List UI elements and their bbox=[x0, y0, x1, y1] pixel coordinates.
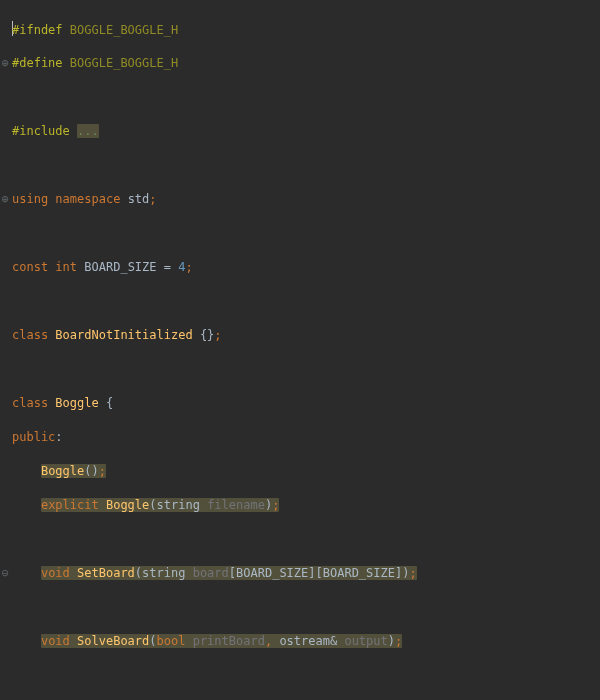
param-name: printBoard bbox=[193, 634, 265, 648]
preproc: #define bbox=[12, 56, 63, 70]
macro-name: BOGGLE_BOGGLE_H bbox=[70, 23, 178, 37]
code-line[interactable] bbox=[12, 599, 600, 616]
code-line[interactable]: void SetBoard(string board[BOARD_SIZE][B… bbox=[12, 565, 600, 582]
code-line[interactable]: void SolveBoard(bool printBoard, ostream… bbox=[12, 633, 600, 650]
kw-using: using bbox=[12, 192, 48, 206]
param-name: filename bbox=[207, 498, 265, 512]
preproc: #include bbox=[12, 124, 70, 138]
kw-class: class bbox=[12, 328, 48, 342]
code-line[interactable]: #ifndef BOGGLE_BOGGLE_H bbox=[12, 21, 600, 38]
code-editor[interactable]: ⊕ ⊕ ⊖ #ifndef BOGGLE_BOGGLE_H #define BO… bbox=[0, 0, 600, 700]
code-line[interactable]: const int BOARD_SIZE = 4; bbox=[12, 259, 600, 276]
folded-region[interactable]: ... bbox=[77, 124, 99, 138]
code-line[interactable] bbox=[12, 157, 600, 174]
class-name: Boggle bbox=[55, 396, 98, 410]
param-type: bool bbox=[157, 634, 186, 648]
kw-const: const bbox=[12, 260, 48, 274]
kw-void: void bbox=[41, 566, 70, 580]
fold-marker-icon[interactable]: ⊕ bbox=[0, 191, 10, 208]
kw-void: void bbox=[41, 634, 70, 648]
gutter: ⊕ ⊕ ⊖ bbox=[0, 4, 10, 582]
fn-name: SolveBoard bbox=[77, 634, 149, 648]
code-line[interactable]: #include ... bbox=[12, 123, 600, 140]
class-name: BoardNotInitialized bbox=[55, 328, 192, 342]
param-type: string bbox=[142, 566, 185, 580]
code-area[interactable]: #ifndef BOGGLE_BOGGLE_H #define BOGGLE_B… bbox=[12, 4, 600, 700]
code-line[interactable]: class BoardNotInitialized {}; bbox=[12, 327, 600, 344]
const-name: BOARD_SIZE bbox=[84, 260, 156, 274]
code-line[interactable] bbox=[12, 225, 600, 242]
code-line[interactable]: class Boggle { bbox=[12, 395, 600, 412]
code-line[interactable]: Boggle(); bbox=[12, 463, 600, 480]
ctor: Boggle bbox=[106, 498, 149, 512]
code-line[interactable] bbox=[12, 89, 600, 106]
kw-class: class bbox=[12, 396, 48, 410]
kw-int: int bbox=[55, 260, 77, 274]
kw-explicit: explicit bbox=[41, 498, 99, 512]
fold-marker-icon[interactable]: ⊕ bbox=[0, 55, 10, 72]
macro-name: BOGGLE_BOGGLE_H bbox=[70, 56, 178, 70]
kw-namespace: namespace bbox=[55, 192, 120, 206]
kw-public: public bbox=[12, 430, 55, 444]
code-line[interactable] bbox=[12, 293, 600, 310]
preproc: #ifndef bbox=[12, 23, 63, 37]
code-line[interactable]: #define BOGGLE_BOGGLE_H bbox=[12, 55, 600, 72]
code-line[interactable]: explicit Boggle(string filename); bbox=[12, 497, 600, 514]
param-name: board bbox=[193, 566, 229, 580]
fn-name: SetBoard bbox=[77, 566, 135, 580]
ellipsis: ... bbox=[77, 124, 99, 138]
param-name: output bbox=[344, 634, 387, 648]
ns-name: std bbox=[128, 192, 150, 206]
code-line[interactable]: public: bbox=[12, 429, 600, 446]
code-line[interactable] bbox=[12, 361, 600, 378]
code-line[interactable] bbox=[12, 531, 600, 548]
param-type: string bbox=[157, 498, 200, 512]
fold-marker-icon[interactable]: ⊖ bbox=[0, 565, 10, 582]
code-line[interactable] bbox=[12, 667, 600, 684]
ctor: Boggle bbox=[41, 464, 84, 478]
param-type: ostream& bbox=[279, 634, 337, 648]
code-line[interactable]: using namespace std; bbox=[12, 191, 600, 208]
